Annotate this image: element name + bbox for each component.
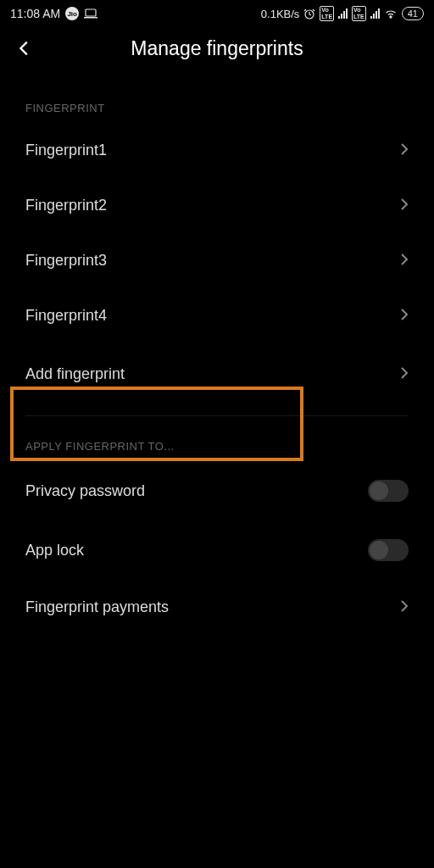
fingerprint-label: Fingerprint1 [25,142,107,159]
chevron-right-icon [400,253,409,270]
signal-icon [370,8,380,19]
chevron-right-icon [400,198,409,214]
laptop-icon [84,8,97,19]
privacy-password-item[interactable]: Privacy password [0,461,434,520]
status-left: 11:08 AM Jio [10,7,97,20]
app-lock-toggle[interactable] [368,539,409,561]
app-lock-item[interactable]: App lock [0,520,434,580]
svg-rect-1 [84,17,97,19]
fingerprint-label: Fingerprint2 [25,197,107,214]
chevron-right-icon [400,366,409,383]
section-header-fingerprint: FINGERPRINT [0,78,434,123]
fingerprint-label: Fingerprint4 [25,307,107,325]
page-title: Manage fingerprints [0,37,434,60]
status-data-rate: 0.1KB/s [261,8,300,20]
chevron-right-icon [400,142,409,159]
wifi-icon [384,8,398,19]
add-fingerprint-button[interactable]: Add fingerprint [0,343,434,405]
status-time: 11:08 AM [10,7,60,20]
back-button[interactable] [10,34,39,63]
add-fingerprint-label: Add fingerprint [25,365,125,383]
privacy-password-label: Privacy password [25,482,145,500]
app-lock-label: App lock [25,542,84,559]
fingerprint-payments-label: Fingerprint payments [25,598,169,616]
svg-rect-0 [86,9,96,16]
chevron-right-icon [400,308,409,325]
volte-icon: VoLTE [320,6,334,21]
volte-icon: VoLTE [352,6,366,21]
fingerprint-item[interactable]: Fingerprint4 [0,288,434,343]
fingerprint-label: Fingerprint3 [25,252,107,270]
section-header-apply: APPLY FINGERPRINT TO... [0,416,434,461]
fingerprint-item[interactable]: Fingerprint3 [0,233,434,288]
fingerprint-item[interactable]: Fingerprint2 [0,178,434,233]
signal-icon [338,8,348,19]
fingerprint-payments-item[interactable]: Fingerprint payments [0,580,434,635]
status-bar: 11:08 AM Jio 0.1KB/s VoLTE VoLTE 41 [0,0,434,24]
carrier-jio-icon: Jio [65,7,79,20]
alarm-icon [303,8,315,19]
battery-icon: 41 [402,7,424,20]
chevron-right-icon [400,599,409,616]
privacy-password-toggle[interactable] [368,480,409,502]
status-right: 0.1KB/s VoLTE VoLTE 41 [261,6,424,21]
page-header: Manage fingerprints [0,24,434,78]
fingerprint-item[interactable]: Fingerprint1 [0,123,434,178]
